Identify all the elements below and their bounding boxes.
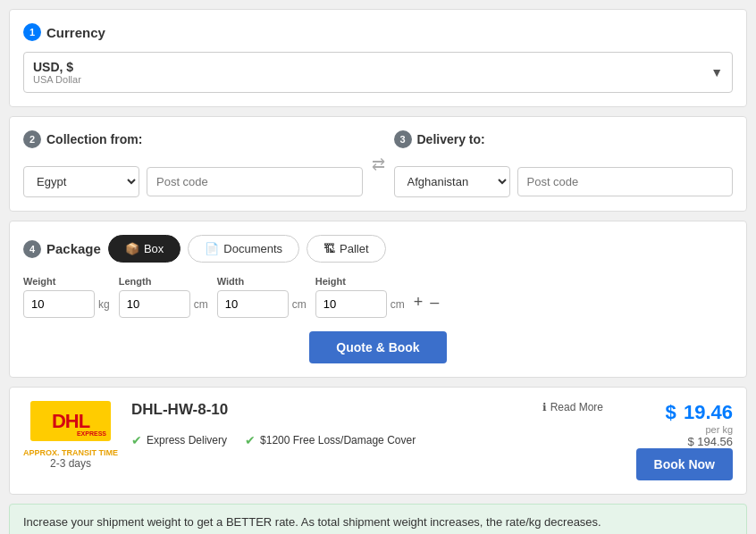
width-unit: cm	[292, 298, 307, 311]
check-icon-express: ✔	[131, 433, 142, 447]
check-icon-insurance: ✔	[245, 433, 256, 447]
currency-dropdown[interactable]: USD, $ USA Dollar ▼	[23, 52, 733, 93]
collection-fields: Egypt	[23, 166, 363, 197]
currency-selected-value: USD, $	[33, 60, 705, 74]
delivery-step-badge: 3	[394, 130, 412, 148]
package-tabs-row: 4 Package 📦 Box 📄 Documents 🏗 Pallet	[23, 235, 733, 263]
info-icon: ℹ	[542, 401, 547, 413]
height-input[interactable]	[315, 290, 387, 318]
green-banner: Increase your shipment weight to get a B…	[9, 504, 747, 534]
weight-input-wrapper: kg	[23, 290, 110, 318]
currency-title-row: 1 Currency	[23, 23, 733, 41]
tab-pallet-label: Pallet	[340, 242, 369, 255]
swap-icon[interactable]: ⇄	[372, 154, 385, 174]
collection-title-label: Collection from:	[46, 132, 142, 146]
length-input[interactable]	[119, 290, 190, 318]
delivery-title-label: Delivery to:	[417, 132, 485, 146]
feature-express: ✔ Express Delivery	[131, 433, 227, 447]
height-group: Height cm	[315, 276, 405, 318]
weight-unit: kg	[98, 298, 110, 311]
price-unit-label: per kg	[666, 424, 733, 435]
width-label: Width	[217, 276, 307, 287]
collection-postcode-input[interactable]	[147, 167, 363, 196]
collection-delivery-grid: 2 Collection from: Egypt ⇄ 3 Delivery to…	[23, 130, 733, 197]
price-total-value: $ 194.56	[666, 435, 733, 448]
feature-insurance-label: $1200 Free Loss/Damage Cover	[260, 434, 416, 446]
add-remove-controls: + –	[414, 293, 440, 318]
package-section: 4 Package 📦 Box 📄 Documents 🏗 Pallet Wei…	[9, 221, 747, 378]
length-label: Length	[119, 276, 208, 287]
height-unit: cm	[391, 298, 405, 311]
result-card: DHL EXPRESS APPROX. TRANSIT TIME 2-3 day…	[9, 387, 747, 495]
price-area: $ 19.46 per kg $ 194.56	[666, 401, 733, 448]
add-dimension-button[interactable]: +	[414, 293, 424, 312]
feature-insurance: ✔ $1200 Free Loss/Damage Cover	[245, 433, 416, 447]
delivery-postcode-input[interactable]	[517, 167, 734, 196]
price-symbol: $	[666, 401, 676, 423]
collection-delivery-section: 2 Collection from: Egypt ⇄ 3 Delivery to…	[9, 116, 747, 212]
transit-time-label: APPROX. TRANSIT TIME	[23, 448, 118, 457]
documents-icon: 📄	[205, 242, 219, 255]
tab-documents[interactable]: 📄 Documents	[188, 235, 299, 263]
green-banner-text: Increase your shipment weight to get a B…	[23, 515, 601, 529]
delivery-section: 3 Delivery to: Afghanistan	[394, 130, 734, 197]
height-label: Height	[315, 276, 405, 287]
tab-box[interactable]: 📦 Box	[108, 235, 181, 263]
dimensions-row: Weight kg Length cm Width cm Height	[23, 276, 733, 318]
currency-chevron-icon: ▼	[710, 65, 723, 79]
delivery-country-select[interactable]: Afghanistan	[394, 166, 510, 197]
package-title-label: Package	[46, 241, 101, 256]
carrier-logo-area: DHL EXPRESS APPROX. TRANSIT TIME 2-3 day…	[23, 401, 118, 480]
package-title-row: 4 Package	[23, 240, 101, 258]
width-input-wrapper: cm	[217, 290, 307, 318]
collection-title-row: 2 Collection from:	[23, 130, 363, 148]
dhl-express-text: EXPRESS	[77, 430, 106, 437]
currency-selected-sub: USA Dollar	[33, 74, 705, 85]
collection-step-badge: 2	[23, 130, 41, 148]
collection-country-select[interactable]: Egypt	[23, 166, 139, 197]
height-input-wrapper: cm	[315, 290, 405, 318]
package-step-badge: 4	[23, 240, 41, 258]
result-pricing: $ 19.46 per kg $ 194.56 Book Now	[617, 401, 733, 480]
weight-input[interactable]	[23, 290, 95, 318]
book-now-button[interactable]: Book Now	[636, 448, 733, 480]
feature-express-label: Express Delivery	[147, 434, 227, 446]
box-icon: 📦	[125, 242, 139, 255]
pallet-icon: 🏗	[323, 242, 335, 255]
length-unit: cm	[194, 298, 208, 311]
transit-days-value: 2-3 days	[50, 457, 91, 470]
remove-dimension-button[interactable]: –	[430, 293, 439, 312]
tab-pallet[interactable]: 🏗 Pallet	[307, 235, 386, 263]
quote-book-button[interactable]: Quote & Book	[309, 331, 446, 363]
features-row: ✔ Express Delivery ✔ $1200 Free Loss/Dam…	[131, 433, 603, 447]
currency-step-badge: 1	[23, 23, 41, 41]
read-more-link[interactable]: ℹ Read More	[542, 401, 603, 413]
delivery-title-row: 3 Delivery to:	[394, 130, 734, 148]
weight-group: Weight kg	[23, 276, 110, 318]
delivery-fields: Afghanistan	[394, 166, 734, 197]
weight-label: Weight	[23, 276, 110, 287]
dhl-logo: DHL EXPRESS	[30, 401, 111, 441]
read-more-label: Read More	[550, 401, 603, 413]
result-header-row: DHL-HW-8-10 ℹ Read More	[131, 401, 603, 428]
width-group: Width cm	[217, 276, 307, 318]
collection-section: 2 Collection from: Egypt	[23, 130, 363, 197]
tab-documents-label: Documents	[223, 242, 282, 255]
price-value: 19.46	[684, 401, 733, 423]
currency-title-label: Currency	[46, 25, 105, 40]
currency-section: 1 Currency USD, $ USA Dollar ▼	[9, 9, 747, 107]
tab-box-label: Box	[144, 242, 164, 255]
price-per-kg: $ 19.46	[666, 401, 733, 424]
width-input[interactable]	[217, 290, 289, 318]
length-input-wrapper: cm	[119, 290, 208, 318]
result-details: DHL-HW-8-10 ℹ Read More ✔ Express Delive…	[131, 401, 603, 480]
dhl-logo-text: DHL	[52, 410, 89, 433]
service-name: DHL-HW-8-10	[131, 401, 228, 419]
length-group: Length cm	[119, 276, 208, 318]
